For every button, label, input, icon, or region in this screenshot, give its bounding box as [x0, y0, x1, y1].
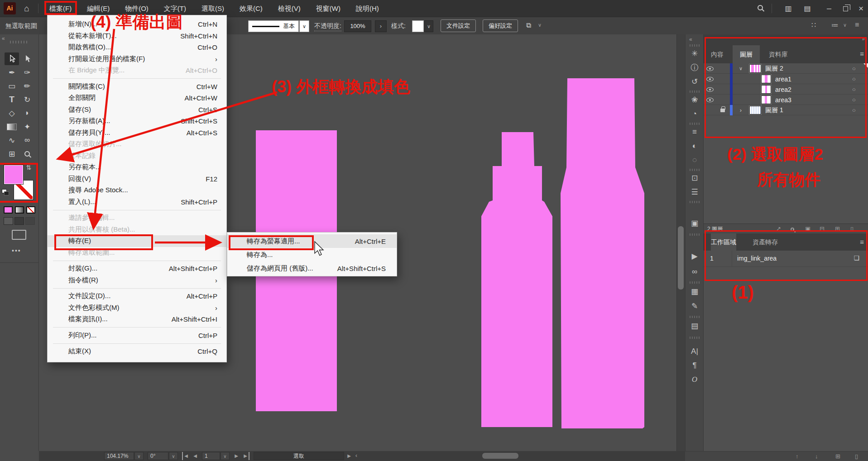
tab-layers[interactable]: 圖層 — [733, 45, 760, 63]
align-options-icon[interactable]: ≔ — [831, 21, 839, 29]
artboard-chevron-down-icon[interactable]: ∨ — [221, 452, 230, 460]
dock-grip[interactable] — [690, 44, 700, 47]
gradient-tool[interactable] — [5, 120, 19, 133]
info-panel-icon[interactable]: ⓘ — [686, 62, 704, 74]
make-clipping-mask-icon[interactable]: ▣ — [805, 225, 810, 232]
move-up-icon[interactable]: ↑ — [796, 453, 799, 460]
more-tools-icon[interactable]: ••• — [12, 247, 21, 254]
menu-item-exit[interactable]: 結束(X)Ctrl+Q — [48, 346, 226, 357]
next-artboard-icon[interactable]: ▶ — [233, 452, 240, 460]
pen-tool[interactable]: ✒ — [5, 66, 19, 79]
menu-item-save-as-template[interactable]: 另存範本... — [48, 162, 226, 173]
new-artboard-icon[interactable]: ⊞ — [835, 453, 840, 460]
layer-thumbnail[interactable] — [761, 85, 771, 94]
new-layer-icon[interactable]: ⊞ — [835, 225, 840, 232]
submenu-item-export-as[interactable]: 轉存為... — [227, 248, 397, 261]
none-mode-swatch[interactable] — [26, 206, 35, 214]
dock-grip[interactable] — [690, 316, 700, 318]
submenu-item-export-for-screens[interactable]: 轉存為螢幕適用...Alt+Ctrl+E — [227, 234, 397, 248]
toolbar-grip[interactable] — [10, 41, 29, 43]
collapse-toolbar-icon[interactable]: « — [2, 35, 5, 42]
menu-item-print[interactable]: 列印(P)...Ctrl+P — [48, 330, 226, 342]
dock-grip[interactable] — [690, 169, 700, 171]
paintbrush-tool[interactable]: ✏ — [20, 80, 34, 92]
style-swatch[interactable] — [412, 20, 424, 32]
target-circle-icon[interactable]: ○ — [849, 63, 859, 74]
layer-row-area1[interactable]: area1 ○ — [704, 74, 868, 84]
rotation-chevron-down-icon[interactable]: ∨ — [169, 452, 178, 460]
lock-icon[interactable] — [716, 105, 729, 115]
menu-item-save-as[interactable]: 另存新檔(A)...Shift+Ctrl+S — [48, 115, 226, 127]
target-circle-icon[interactable]: ○ — [849, 84, 859, 95]
arrange-documents-icon[interactable]: ∷ — [811, 21, 816, 29]
layer-row-area2[interactable]: area2 ○ — [704, 84, 868, 95]
tab-libraries[interactable]: 資料庫 — [762, 45, 795, 63]
last-artboard-icon[interactable]: ▶ — [242, 452, 249, 460]
submenu-item-save-for-web-legacy[interactable]: 儲存為網頁用 (舊版)...Alt+Shift+Ctrl+S — [227, 261, 397, 275]
panel-layout-icon[interactable]: ▤ — [800, 0, 815, 17]
menu-item-package[interactable]: 封裝(G)...Alt+Shift+Ctrl+P — [48, 263, 226, 275]
actions-panel-icon[interactable]: ▶ — [686, 251, 704, 262]
rotation-field[interactable]: 0° — [148, 452, 168, 460]
target-circle-icon[interactable]: ○ — [849, 95, 859, 105]
opacity-label[interactable]: 不透明度: — [314, 21, 341, 31]
delete-layer-icon[interactable]: ▯ — [850, 225, 854, 232]
style-chevron-down-icon[interactable]: ∨ — [424, 20, 433, 32]
scroll-left-icon[interactable]: ‹ — [353, 451, 360, 460]
artboard-number-field[interactable]: 1 — [202, 452, 220, 460]
menubar-item-file[interactable]: 檔案(F) — [42, 0, 79, 17]
menubar-item-help[interactable]: 說明(H) — [348, 0, 387, 17]
layer-name[interactable]: area2 — [775, 84, 791, 95]
properties-panel-icon[interactable]: ✳ — [686, 48, 704, 60]
history-panel-icon[interactable]: ↺ — [686, 76, 704, 88]
first-artboard-icon[interactable]: ◀ — [182, 452, 189, 460]
visibility-eye-icon[interactable] — [704, 84, 716, 95]
draw-normal-mode[interactable] — [4, 217, 13, 225]
collect-for-export-icon[interactable]: ↗ — [776, 225, 781, 232]
stroke-style-dropdown[interactable]: 基本 — [248, 20, 299, 32]
close-button[interactable]: × — [854, 0, 868, 17]
layer-name[interactable]: area1 — [775, 74, 791, 84]
collapse-panels-icon[interactable]: » — [862, 36, 865, 42]
type-tool[interactable]: T — [5, 93, 19, 106]
status-expand-icon[interactable]: ▶ — [346, 452, 352, 460]
shaper-tool[interactable]: ∞ — [20, 134, 34, 147]
menu-item-document-setup[interactable]: 文件設定(D)...Alt+Ctrl+P — [48, 290, 226, 302]
menubar-item-effect[interactable]: 效果(C) — [232, 0, 270, 17]
artboards-panel-icon[interactable]: ⊡ — [686, 172, 704, 184]
prev-artboard-icon[interactable]: ◀ — [192, 452, 198, 460]
fill-color-swatch[interactable] — [4, 165, 24, 185]
delete-artboard-icon[interactable]: ▯ — [855, 453, 858, 460]
dock-grip[interactable] — [690, 233, 700, 236]
dock-grip[interactable] — [690, 201, 700, 203]
move-down-icon[interactable]: ↓ — [815, 453, 818, 460]
links-panel-icon[interactable]: ∞ — [686, 266, 704, 278]
visibility-eye-icon[interactable] — [704, 95, 716, 105]
tab-properties[interactable]: 內容 — [704, 45, 731, 63]
menu-item-scripts[interactable]: 指令檔(R)› — [48, 275, 226, 286]
layer-thumbnail[interactable] — [749, 64, 761, 73]
artboard-tool[interactable]: ⊞ — [5, 147, 19, 160]
tab-artboards[interactable]: 工作區域 — [704, 233, 743, 251]
menu-item-new[interactable]: 新增(N)...Ctrl+N — [48, 19, 226, 30]
visibility-eye-icon[interactable] — [704, 63, 716, 74]
menu-item-open[interactable]: 開啟舊檔(O)...Ctrl+O — [48, 42, 226, 53]
menubar-item-edit[interactable]: 編輯(E) — [79, 0, 117, 17]
rotate-tool[interactable]: ↻ — [20, 93, 34, 106]
dock-grip[interactable] — [690, 123, 700, 125]
layer-thumbnail[interactable] — [749, 106, 761, 114]
preferences-button[interactable]: 偏好設定 — [483, 19, 518, 32]
layer-thumbnail[interactable] — [761, 95, 771, 104]
selection-tool[interactable] — [5, 52, 19, 65]
dock-grip[interactable] — [690, 337, 700, 339]
artboard-name[interactable]: img_link_area — [737, 255, 777, 262]
control-panel-menu-icon[interactable]: ≡ — [855, 21, 859, 29]
character-panel-icon[interactable]: A| — [686, 346, 704, 357]
rectangle-tool[interactable]: ▭ — [5, 80, 19, 92]
layer-thumbnail[interactable] — [761, 75, 771, 83]
horizontal-scrollbar-thumb[interactable] — [482, 453, 518, 459]
menu-item-save[interactable]: 儲存(S)Ctrl+S — [48, 104, 226, 116]
menu-item-place[interactable]: 置入(L)...Shift+Ctrl+P — [48, 196, 226, 208]
color-mode-swatch[interactable] — [4, 206, 13, 214]
bottle-shapes[interactable] — [475, 72, 652, 434]
